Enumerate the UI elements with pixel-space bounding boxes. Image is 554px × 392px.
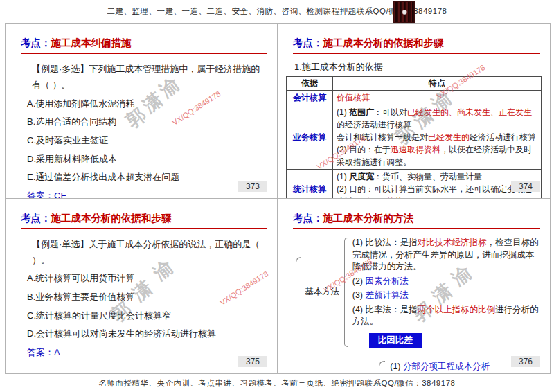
feature-line: 价值核算 [337,91,537,104]
table-header-row: 依据 特点 [287,77,542,91]
methods-diagram: 基本方法 (1) 比较法：是指对比技术经济指标，检查目标的完成情况，分析产生差异… [296,236,542,374]
diagram-branches: 基本方法 (1) 比较法：是指对比技术经济指标，检查目标的完成情况，分析产生差异… [303,236,542,374]
option-b: B.业务核算主要是价值核算 [27,288,269,307]
branch-items: (1) 分部分项工程成本分析 (2) 月（季）度成本分析 (3) 年度成本分析 … [390,359,490,373]
page: 二建、监理、一建、一造、二造、安全、消防、咨询、检测课程押题联系QQ/微信：38… [0,0,554,392]
outer-brace [296,257,301,374]
feature-cell: (1) 尺度宽：货币、实物量、劳动量计量 (2) 目的：可以计算当前实际水平，还… [333,170,542,199]
title-main: 施工成本分析的依据和步骤 [323,37,444,48]
basis-cell: 业务核算 [287,105,333,170]
answer-line: 答案：A [27,344,269,362]
diagram-item: (1) 分部分项工程成本分析 [390,361,490,373]
option-e: E.通过偏差分析找出成本超支潜在问题 [27,168,269,187]
title-prefix: 考点： [293,37,323,48]
branch-comprehensive-methods: 综合成本分析方法 (1) 分部分项工程成本分析 (2) 月（季）度成本分析 (3… [303,359,542,373]
answer-line: 答案：CE [27,187,269,199]
diagram-item: (4) 比率法：是指两个以上指标的比例进行分析的方法。 [352,304,542,328]
answer-label: 答案： [27,347,54,357]
inner-brace [344,238,347,348]
table-row: 业务核算 (1) 范围广：可以对已经发生的、尚未发生、正在发生的经济活动进行核算… [287,105,542,170]
page-number: 376 [511,356,540,367]
slide-374: 考点：施工成本分析的依据和步骤 1.施工成本分析的依据 依据 特点 会计核算 价… [278,24,550,199]
col-header-basis: 依据 [287,77,333,91]
option-c: C.及时落实业主签证 [27,132,269,150]
title-prefix: 考点： [21,37,51,48]
page-number: 374 [511,181,540,192]
slides-grid: 考点：施工成本纠偏措施 【例题·多选】下列施工成本管理措施中，属于经济措施的有（… [5,23,551,374]
diagram-item: (3) 差额计算法 [352,289,542,302]
qr-code [393,1,416,24]
feature-line: (1) 范围广：可以对已经发生的、尚未发生、正在发生的经济活动进行核算 [337,106,537,131]
basis-feature-table: 依据 特点 会计核算 价值核算 业务核算 (1) 范围广：可以对已经发生的、尚未… [286,76,542,199]
section-subtitle: 1.施工成本分析的依据 [294,61,542,73]
answer-value: A [54,347,60,357]
option-a: A.统计核算可以用货币计算 [27,269,269,288]
feature-line: (2) 目的：可以计算当前实际水平，还可以确定变动速度以预测发展趋势 [337,183,537,199]
answer-label: 答案： [27,190,54,199]
option-c: C.统计核算的计量尺度比会计核算窄 [27,307,269,326]
slide-title: 考点：施工成本分析的方法 [293,212,540,229]
branch-label: 基本方法 [303,286,341,298]
option-d: D.采用新材料降低成本 [27,150,269,169]
title-main: 施工成本分析的方法 [323,213,414,224]
feature-cell: (1) 范围广：可以对已经发生的、尚未发生、正在发生的经济活动进行核算 会计和统… [333,105,542,170]
col-header-feature: 特点 [333,77,542,91]
page-number: 373 [238,181,267,192]
table-row: 会计核算 价值核算 [287,91,542,105]
slide-373: 考点：施工成本纠偏措施 【例题·多选】下列施工成本管理措施中，属于经济措施的有（… [6,24,278,199]
feature-line: (2) 目的：在于迅速取得资料，以便在经济活动中及时采取措施进行调整。 [337,143,537,168]
title-prefix: 考点： [293,213,323,224]
option-a: A.使用添加剂降低水泥消耗 [27,95,269,114]
mnemonic-badge: 比因比差 [369,333,422,348]
feature-line: 会计和统计核算一般是对已经发生的经济活动进行核算 [337,131,537,143]
feature-cell: 价值核算 [333,91,542,105]
title-main: 施工成本分析的依据和步骤 [51,213,172,224]
diagram-item: (1) 比较法：是指对比技术经济指标，检查目标的完成情况，分析产生差异的原因，进… [352,237,542,274]
slide-title: 考点：施工成本纠偏措施 [21,37,267,54]
branch-basic-methods: 基本方法 (1) 比较法：是指对比技术经济指标，检查目标的完成情况，分析产生差异… [303,236,542,349]
slide-375: 考点：施工成本分析的依据和步骤 【例题·单选】关于施工成本分析依据的说法，正确的… [6,199,278,374]
branch-items: (1) 比较法：是指对比技术经济指标，检查目标的完成情况，分析产生差异的原因，进… [352,236,542,349]
inner-brace [379,361,385,373]
slide-title: 考点：施工成本分析的依据和步骤 [293,37,540,54]
slide-376: 考点：施工成本分析的方法 基本方法 (1) 比较法：是指对比技术经济指标，检查目… [278,199,550,374]
footer-banner: 名师面授精华、央企内训、考点串讲、习题模考、考前三页纸、绝密押题联系QQ/微信：… [0,374,554,392]
option-b: B.选用合适的合同结构 [27,113,269,132]
footer-text: 名师面授精华、央企内训、考点串讲、习题模考、考前三页纸、绝密押题联系QQ/微信：… [99,378,456,389]
option-d: D.会计核算可以对尚未发生的经济活动进行核算 [27,325,269,344]
title-main: 施工成本纠偏措施 [51,37,132,48]
diagram-item: (2) 因素分析法 [352,276,542,288]
basis-cell: 会计核算 [287,91,333,105]
table-row: 统计核算 (1) 尺度宽：货币、实物量、劳动量计量 (2) 目的：可以计算当前实… [287,170,542,199]
answer-value: CE [54,190,66,199]
title-prefix: 考点： [21,213,51,224]
question-text: 【例题·单选】关于施工成本分析依据的说法，正确的是（ ）。 [32,236,269,269]
header-banner: 二建、监理、一建、一造、二造、安全、消防、咨询、检测课程押题联系QQ/微信：38… [0,0,554,22]
slide-title: 考点：施工成本分析的依据和步骤 [21,212,267,229]
basis-cell: 统计核算 [287,170,333,199]
page-number: 375 [238,356,267,367]
feature-line: (1) 尺度宽：货币、实物量、劳动量计量 [337,170,537,183]
question-text: 【例题·多选】下列施工成本管理措施中，属于经济措施的有（ ）。 [32,61,269,93]
